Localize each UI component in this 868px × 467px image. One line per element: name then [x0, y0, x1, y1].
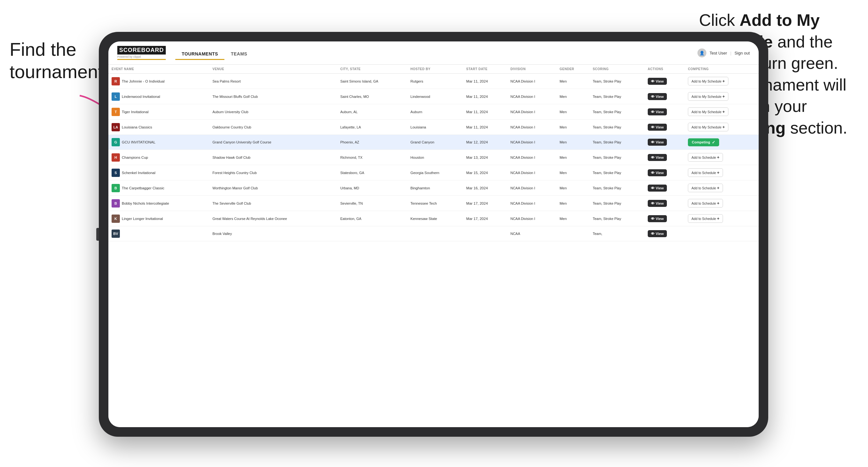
table-row: H Champions Cup Shadow Hawk Golf ClubRic… — [108, 150, 759, 165]
add-to-schedule-button[interactable]: Add to My Schedule + — [688, 123, 728, 131]
view-button[interactable]: 👁 View — [648, 230, 667, 237]
event-logo: R — [112, 77, 120, 86]
scoring-cell: Team, Stroke Play — [589, 74, 645, 89]
division-cell: NCAA Division I — [507, 104, 556, 120]
view-button[interactable]: 👁 View — [648, 185, 667, 192]
eye-icon: 👁 — [651, 95, 654, 98]
plus-icon: + — [717, 155, 719, 160]
sign-out-button[interactable]: Sign out — [735, 51, 750, 56]
competing-button[interactable]: Competing ✓ — [688, 138, 719, 146]
add-to-schedule-button[interactable]: Add to My Schedule + — [688, 77, 728, 86]
plus-icon: + — [722, 94, 725, 99]
start-date-cell: Mar 11, 2024 — [463, 104, 507, 120]
division-cell: NCAA Division I — [507, 89, 556, 104]
nav-tabs: TOURNAMENTS TEAMS — [175, 46, 254, 60]
event-name-cell: K Linger Longer Invitational — [108, 211, 210, 226]
division-cell: NCAA Division I — [507, 120, 556, 135]
add-to-schedule-button[interactable]: Add to Schedule + — [688, 199, 723, 208]
col-division: DIVISION — [507, 65, 556, 74]
view-button[interactable]: 👁 View — [648, 139, 667, 146]
event-name: Lindenwood Invitational — [122, 95, 160, 98]
city-state-cell: Saint Charles, MO — [337, 89, 407, 104]
hosted-by-cell: Georgia Southern — [407, 165, 463, 180]
actions-cell: 👁 View — [645, 135, 685, 150]
plus-icon: + — [722, 125, 725, 129]
event-name: Linger Longer Invitational — [122, 217, 163, 221]
gender-cell: Men — [557, 165, 590, 180]
event-name-cell: T Tiger Invitational — [108, 104, 210, 120]
eye-icon: 👁 — [651, 217, 654, 221]
hosted-by-cell: Houston — [407, 150, 463, 165]
table-row: K Linger Longer Invitational Great Water… — [108, 211, 759, 226]
division-cell: NCAA — [507, 226, 556, 241]
competing-cell: Add to My Schedule + — [685, 120, 759, 135]
city-state-cell: Auburn, AL — [337, 104, 407, 120]
actions-cell: 👁 View — [645, 104, 685, 120]
event-logo: B — [112, 184, 120, 192]
start-date-cell: Mar 17, 2024 — [463, 196, 507, 211]
venue-cell: Forest Heights Country Club — [210, 165, 337, 180]
gender-cell: Men — [557, 74, 590, 89]
competing-cell: Add to Schedule + — [685, 150, 759, 165]
view-button[interactable]: 👁 View — [648, 124, 667, 131]
plus-icon: + — [722, 110, 725, 114]
view-button[interactable]: 👁 View — [648, 200, 667, 207]
col-gender: GENDER — [557, 65, 590, 74]
table-header-row: EVENT NAME VENUE CITY, STATE HOSTED BY S… — [108, 65, 759, 74]
start-date-cell: Mar 11, 2024 — [463, 120, 507, 135]
table-row: R The Johnnie - O Individual Sea Palms R… — [108, 74, 759, 89]
plus-icon: + — [722, 79, 725, 84]
view-button[interactable]: 👁 View — [648, 154, 667, 161]
division-cell: NCAA Division I — [507, 211, 556, 226]
venue-cell: Great Waters Course At Reynolds Lake Oco… — [210, 211, 337, 226]
col-city-state: CITY, STATE — [337, 65, 407, 74]
eye-icon: 👁 — [651, 201, 654, 205]
table-row: B The Carpetbagger Classic Worthington M… — [108, 180, 759, 196]
view-button[interactable]: 👁 View — [648, 108, 667, 115]
division-cell: NCAA Division I — [507, 74, 556, 89]
table-row: T Tiger Invitational Auburn University C… — [108, 104, 759, 120]
gender-cell: Men — [557, 180, 590, 196]
actions-cell: 👁 View — [645, 196, 685, 211]
hosted-by-cell: Louisiana — [407, 120, 463, 135]
tab-teams[interactable]: TEAMS — [224, 49, 254, 60]
venue-cell: Shadow Hawk Golf Club — [210, 150, 337, 165]
start-date-cell: Mar 15, 2024 — [463, 165, 507, 180]
event-name: GCU INVITATIONAL — [122, 140, 156, 144]
gender-cell: Men — [557, 135, 590, 150]
add-schedule-label: Add to Schedule — [691, 156, 716, 159]
view-button[interactable]: 👁 View — [648, 93, 667, 100]
view-button[interactable]: 👁 View — [648, 78, 667, 85]
add-to-schedule-button[interactable]: Add to Schedule + — [688, 168, 723, 177]
competing-cell: Add to Schedule + — [685, 165, 759, 180]
start-date-cell: Mar 12, 2024 — [463, 135, 507, 150]
add-to-schedule-button[interactable]: Add to Schedule + — [688, 153, 723, 162]
view-button[interactable]: 👁 View — [648, 215, 667, 222]
event-name-cell: S Schenkel Invitational — [108, 165, 210, 180]
gender-cell — [557, 226, 590, 241]
add-schedule-label: Add to Schedule — [691, 217, 716, 221]
logo-area: SCOREBOARD Powered by clippd — [117, 46, 166, 60]
add-to-schedule-button[interactable]: Add to Schedule + — [688, 184, 723, 192]
plus-icon: + — [717, 216, 719, 221]
actions-cell: 👁 View — [645, 226, 685, 241]
add-to-schedule-button[interactable]: Add to My Schedule + — [688, 107, 728, 116]
view-button[interactable]: 👁 View — [648, 169, 667, 176]
event-logo: G — [112, 138, 120, 146]
city-state-cell: Richmond, TX — [337, 150, 407, 165]
col-venue: VENUE — [210, 65, 337, 74]
actions-cell: 👁 View — [645, 120, 685, 135]
competing-cell: Add to Schedule + — [685, 180, 759, 196]
event-name-cell: R The Johnnie - O Individual — [108, 74, 210, 89]
tablet-side-button — [96, 228, 99, 241]
add-to-schedule-button[interactable]: Add to Schedule + — [688, 214, 723, 223]
event-logo: T — [112, 108, 120, 116]
actions-cell: 👁 View — [645, 89, 685, 104]
add-to-schedule-button[interactable]: Add to My Schedule + — [688, 92, 728, 101]
tablet-screen: SCOREBOARD Powered by clippd TOURNAMENTS… — [108, 41, 759, 427]
add-schedule-label: Add to My Schedule — [691, 125, 721, 129]
event-logo: L — [112, 92, 120, 101]
event-name: Champions Cup — [122, 156, 148, 159]
competing-cell: Add to My Schedule + — [685, 104, 759, 120]
tab-tournaments[interactable]: TOURNAMENTS — [175, 49, 224, 60]
